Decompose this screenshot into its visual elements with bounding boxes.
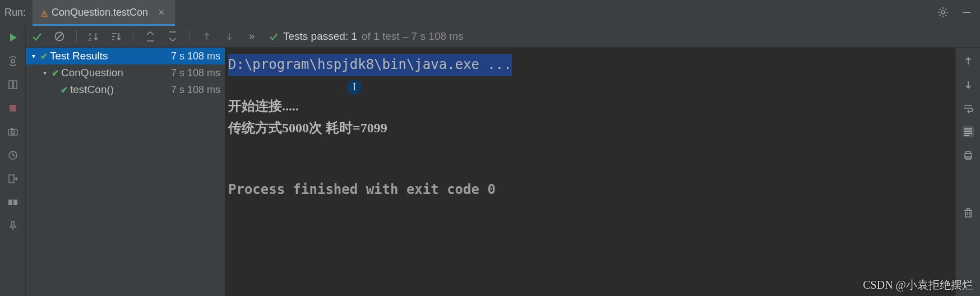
svg-rect-12 [9, 81, 12, 89]
test-summary: Tests passed: 1 of 1 test – 7 s 108 ms [269, 30, 464, 43]
tree-method-row[interactable]: ✔ testCon() 7 s 108 ms [26, 81, 225, 98]
chevron-down-icon[interactable]: ▾ [40, 69, 49, 77]
console-command-line: D:\program\hspjdk8\bin\java.exe ... [228, 54, 512, 76]
pin-icon[interactable] [7, 220, 19, 232]
run-tab-label: ConQuestion.testCon [52, 7, 148, 18]
test-toolbar: AZ » [26, 25, 980, 48]
tree-root-time: 7 s 108 ms [171, 50, 220, 62]
console-exit-line: Process finished with exit code 0 [228, 179, 945, 201]
console-line: 传统方式5000次 耗时=7099 [228, 117, 945, 140]
coverage-icon[interactable] [7, 79, 19, 90]
svg-rect-22 [8, 200, 12, 205]
scroll-up-icon[interactable] [963, 55, 974, 67]
close-icon[interactable]: ✕ [156, 7, 167, 18]
svg-line-20 [13, 155, 15, 156]
print-icon[interactable] [963, 150, 974, 161]
tree-class-time: 7 s 108 ms [171, 67, 220, 79]
text-cursor-indicator: I [347, 80, 362, 95]
tree-class-row[interactable]: ▾ ✔ ConQuestion 7 s 108 ms [26, 64, 225, 81]
svg-rect-31 [965, 210, 971, 217]
layout-icon[interactable] [7, 197, 19, 208]
gear-icon[interactable] [937, 7, 949, 18]
pass-icon: ✔ [52, 68, 59, 78]
camera-icon[interactable] [7, 126, 19, 137]
svg-rect-17 [11, 128, 13, 130]
pass-icon: ✔ [40, 51, 48, 62]
left-tool-rail [0, 25, 26, 296]
svg-rect-13 [13, 81, 17, 89]
svg-line-9 [940, 15, 941, 16]
show-ignored-icon[interactable] [54, 31, 65, 42]
svg-text:Z: Z [89, 37, 91, 42]
sort-duration-icon[interactable] [110, 31, 122, 42]
run-label: Run: [4, 7, 26, 18]
test-tree[interactable]: ▾ ✔ Test Results 7 s 108 ms ▾ ✔ ConQuest… [26, 48, 225, 296]
svg-point-1 [941, 11, 945, 14]
console-output[interactable]: D:\program\hspjdk8\bin\java.exe ... I 开始… [225, 48, 955, 296]
sort-alpha-icon[interactable]: AZ [88, 31, 99, 42]
tab-bar: Run: ConQuestion.testCon ✕ [0, 0, 980, 25]
more-icon[interactable]: » [246, 31, 257, 42]
svg-rect-29 [966, 151, 970, 154]
collapse-all-icon[interactable] [167, 31, 178, 42]
summary-rest: of 1 test – 7 s 108 ms [362, 30, 464, 43]
next-icon[interactable] [224, 31, 235, 42]
svg-line-8 [945, 9, 946, 10]
scroll-to-end-icon[interactable] [963, 126, 974, 137]
stop-icon[interactable] [7, 103, 19, 114]
svg-point-11 [11, 59, 14, 63]
check-icon [269, 31, 279, 41]
tree-class-label: ConQuestion [61, 67, 123, 79]
trash-icon[interactable] [963, 207, 974, 218]
svg-point-0 [43, 12, 45, 15]
summary-count: 1 [351, 30, 357, 42]
test-icon [40, 8, 48, 16]
svg-line-6 [940, 9, 941, 10]
svg-rect-14 [10, 105, 16, 112]
pass-icon: ✔ [61, 85, 68, 95]
show-passed-icon[interactable] [31, 31, 43, 42]
prev-icon[interactable] [201, 31, 212, 42]
svg-rect-21 [9, 175, 14, 183]
run-icon[interactable] [7, 32, 19, 43]
debug-rerun-icon[interactable] [7, 55, 19, 67]
right-tool-rail [955, 48, 980, 296]
tree-root-label: Test Results [50, 50, 108, 62]
tree-method-time: 7 s 108 ms [171, 84, 220, 96]
exit-icon[interactable] [7, 173, 19, 184]
run-tab[interactable]: ConQuestion.testCon ✕ [33, 0, 175, 25]
svg-rect-10 [963, 12, 970, 13]
expand-all-icon[interactable] [145, 31, 156, 42]
tree-root-row[interactable]: ▾ ✔ Test Results 7 s 108 ms [26, 48, 225, 64]
chevron-down-icon[interactable]: ▾ [29, 52, 38, 60]
profiler-icon[interactable] [7, 150, 19, 161]
svg-line-25 [57, 34, 62, 39]
console-line: 开始连接..... [228, 95, 945, 118]
svg-rect-23 [13, 200, 17, 205]
summary-prefix: Tests passed: [283, 30, 348, 42]
scroll-down-icon[interactable] [963, 79, 974, 90]
svg-line-7 [945, 15, 946, 16]
tree-method-label: testCon() [70, 84, 114, 96]
svg-text:A: A [89, 32, 92, 37]
svg-point-16 [11, 131, 15, 134]
soft-wrap-icon[interactable] [963, 103, 974, 114]
minimize-icon[interactable] [961, 7, 972, 18]
